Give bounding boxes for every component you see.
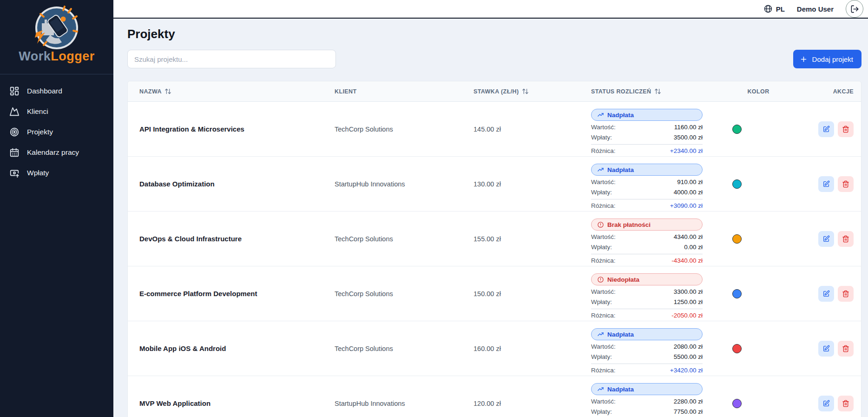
status-block: Nadpłata Wartość: 2080.00 zł Wpłaty: 550… [591,328,703,374]
project-rate: 160.00 zł [473,321,591,376]
roznica-line: Różnica: +3090.00 zł [591,199,703,210]
roznica-value: +3420.00 zł [670,366,703,374]
project-color-cell [721,102,796,156]
table-row: DevOps & Cloud Infrastructure TechCorp S… [128,212,861,266]
table-row: Database Optimization StartupHub Innovat… [128,157,861,212]
search-input[interactable] [127,50,336,68]
sidebar-item-wplaty[interactable]: Wpłaty [0,163,113,183]
trash-icon [842,126,849,133]
edit-button[interactable] [818,286,834,302]
project-client: StartupHub Innovations [335,376,473,417]
status-label: Nadpłata [607,386,634,393]
app-root: WorkLogger Dashboard Klienci [0,0,868,417]
edit-button[interactable] [818,396,834,411]
sidebar-item-klienci[interactable]: Klienci [0,101,113,122]
header-nazwa[interactable]: NAZWA [128,88,335,95]
wplaty-label: Wpłaty: [591,353,612,361]
page-title: Projekty [127,27,861,41]
edit-button[interactable] [818,121,834,137]
logo: WorkLogger [0,0,113,64]
project-status-cell: Nadpłata Wartość: 2080.00 zł Wpłaty: 550… [591,321,721,376]
edit-icon [822,235,830,243]
color-dot [732,289,742,298]
sidebar-item-label: Wpłaty [27,169,49,177]
add-project-label: Dodaj projekt [812,55,853,63]
status-block: Brak płatności Wartość: 4340.00 zł Wpłat… [591,218,703,265]
wartosc-label: Wartość: [591,397,616,405]
wplaty-label: Wpłaty: [591,243,612,251]
project-client: TechCorp Solutions [335,212,473,266]
color-dot [732,125,742,134]
trending-up-icon [597,386,604,393]
roznica-line: Różnica: +2340.00 zł [591,144,703,155]
roznica-label: Różnica: [591,257,616,265]
status-badge: Niedopłata [591,273,703,285]
edit-icon [822,400,830,407]
status-label: Nadpłata [607,331,634,338]
status-block: Nadpłata Wartość: 910.00 zł Wpłaty: 4000… [591,164,703,210]
project-rate: 145.00 zł [473,102,591,156]
target-icon [9,127,20,137]
edit-icon [822,126,830,133]
sidebar-item-label: Dashboard [27,87,62,95]
delete-button[interactable] [838,396,854,411]
roznica-value: -2050.00 zł [671,311,703,319]
add-project-button[interactable]: Dodaj projekt [793,50,861,68]
table-body: API Integration & Microservices TechCorp… [128,102,861,417]
header-klient: KLIENT [335,88,473,95]
project-color-cell [721,212,796,266]
project-actions [796,321,861,376]
project-rate: 130.00 zł [473,157,591,211]
wartosc-line: Wartość: 2080.00 zł [591,343,703,351]
calendar-icon [9,147,20,158]
edit-button[interactable] [818,341,834,357]
logout-button[interactable] [846,0,863,18]
sidebar: WorkLogger Dashboard Klienci [0,0,113,417]
project-actions [796,157,861,211]
project-rate: 120.00 zł [473,376,591,417]
edit-icon [822,180,830,188]
header-status[interactable]: STATUS ROZLICZEŃ [591,88,721,95]
color-dot [732,179,742,189]
delete-button[interactable] [838,341,854,357]
table-header: NAZWA KLIENT STAWKA (ZŁ/H) [128,81,861,102]
delete-button[interactable] [838,286,854,302]
delete-button[interactable] [838,176,854,192]
wplaty-line: Wpłaty: 1250.00 zł [591,298,703,306]
wartosc-line: Wartość: 4340.00 zł [591,233,703,241]
edit-icon [822,345,830,352]
dashboard-icon [9,86,20,96]
edit-button[interactable] [818,176,834,192]
trending-up-icon [597,331,604,338]
header-stawka[interactable]: STAWKA (ZŁ/H) [473,88,591,95]
logo-image [33,5,81,53]
wplaty-label: Wpłaty: [591,188,612,196]
project-name: Database Optimization [128,157,335,211]
roznica-label: Różnica: [591,366,616,374]
delete-button[interactable] [838,121,854,137]
project-color-cell [721,266,796,321]
language-code: PL [776,5,785,13]
sidebar-item-projekty[interactable]: Projekty [0,122,113,142]
wartosc-value: 4340.00 zł [674,233,703,241]
language-switcher[interactable]: PL [763,4,785,13]
project-actions [796,102,861,156]
status-block: Nadpłata Wartość: 1160.00 zł Wpłaty: 350… [591,109,703,155]
table-row: Mobile App iOS & Android TechCorp Soluti… [128,321,861,376]
project-status-cell: Brak płatności Wartość: 4340.00 zł Wpłat… [591,212,721,266]
trash-icon [842,235,849,243]
content: Projekty Dodaj projekt NAZWA [113,19,868,417]
edit-button[interactable] [818,231,834,247]
project-status-cell: Nadpłata Wartość: 1160.00 zł Wpłaty: 350… [591,102,721,156]
sidebar-item-kalendarz[interactable]: Kalendarz pracy [0,142,113,163]
wartosc-line: Wartość: 910.00 zł [591,178,703,186]
delete-button[interactable] [838,231,854,247]
wartosc-line: Wartość: 3300.00 zł [591,288,703,296]
roznica-value: +3090.00 zł [670,202,703,210]
mountain-icon [9,106,20,117]
sidebar-item-dashboard[interactable]: Dashboard [0,81,113,101]
wplaty-line: Wpłaty: 4000.00 zł [591,188,703,196]
project-status-cell: Niedopłata Wartość: 3300.00 zł Wpłaty: 1… [591,266,721,321]
project-client: TechCorp Solutions [335,102,473,156]
brand-name: WorkLogger [19,49,95,64]
